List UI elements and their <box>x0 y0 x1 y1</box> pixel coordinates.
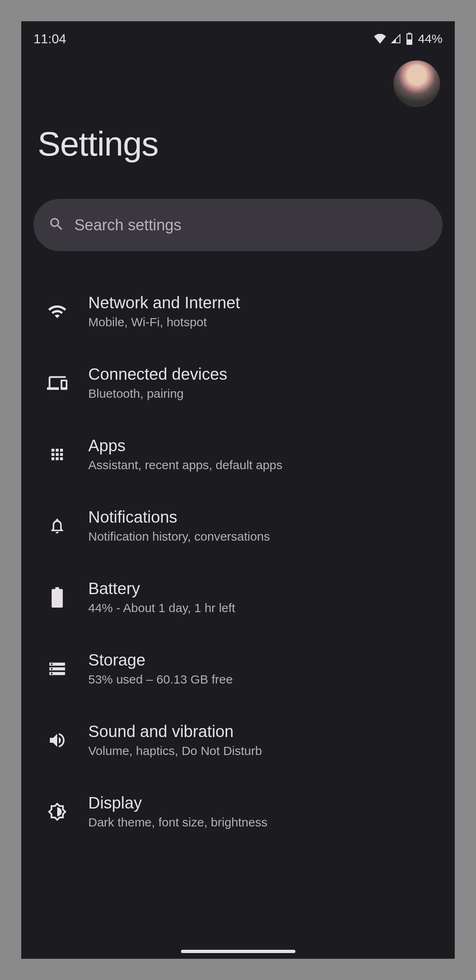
devices-icon <box>46 372 69 394</box>
item-title: Storage <box>88 651 233 669</box>
item-sound-vibration[interactable]: Sound and vibration Volume, haptics, Do … <box>21 704 455 776</box>
settings-list: Network and Internet Mobile, Wi-Fi, hots… <box>21 251 455 847</box>
profile-avatar[interactable] <box>393 60 440 107</box>
brightness-icon <box>46 800 69 823</box>
volume-icon <box>46 729 69 752</box>
cell-signal-icon <box>390 34 402 44</box>
item-title: Sound and vibration <box>88 722 262 741</box>
gesture-nav-indicator[interactable] <box>181 950 295 953</box>
item-network-internet[interactable]: Network and Internet Mobile, Wi-Fi, hots… <box>21 276 455 347</box>
item-apps[interactable]: Apps Assistant, recent apps, default app… <box>21 419 455 490</box>
item-title: Display <box>88 794 268 812</box>
item-subtitle: 44% - About 1 day, 1 hr left <box>88 601 235 615</box>
battery-percent: 44% <box>418 32 442 46</box>
item-title: Connected devices <box>88 365 227 383</box>
item-subtitle: Mobile, Wi-Fi, hotspot <box>88 315 240 329</box>
item-battery[interactable]: Battery 44% - About 1 day, 1 hr left <box>21 561 455 633</box>
status-bar: 11:04 44% <box>21 21 455 51</box>
item-subtitle: Assistant, recent apps, default apps <box>88 458 282 472</box>
wifi-status-icon <box>374 34 386 44</box>
search-settings[interactable]: Search settings <box>34 199 442 251</box>
search-icon <box>48 216 65 234</box>
item-subtitle: Volume, haptics, Do Not Disturb <box>88 744 262 758</box>
item-title: Notifications <box>88 508 270 526</box>
apps-icon <box>46 443 69 466</box>
settings-screen: 11:04 44% Settings Search settings <box>21 21 455 959</box>
item-connected-devices[interactable]: Connected devices Bluetooth, pairing <box>21 347 455 419</box>
item-subtitle: 53% used – 60.13 GB free <box>88 673 233 686</box>
item-title: Network and Internet <box>88 294 240 312</box>
status-right: 44% <box>374 32 442 46</box>
item-subtitle: Notification history, conversations <box>88 530 270 543</box>
item-title: Battery <box>88 579 235 598</box>
search-placeholder: Search settings <box>74 216 181 234</box>
item-display[interactable]: Display Dark theme, font size, brightnes… <box>21 776 455 847</box>
storage-icon <box>46 657 69 680</box>
item-title: Apps <box>88 437 282 455</box>
item-storage[interactable]: Storage 53% used – 60.13 GB free <box>21 633 455 704</box>
item-subtitle: Dark theme, font size, brightness <box>88 815 268 829</box>
wifi-icon <box>46 300 69 323</box>
svg-rect-0 <box>407 40 412 45</box>
battery-icon <box>46 586 69 609</box>
item-subtitle: Bluetooth, pairing <box>88 387 227 401</box>
item-notifications[interactable]: Notifications Notification history, conv… <box>21 490 455 561</box>
page-title: Settings <box>38 124 438 164</box>
header: Settings <box>21 51 455 164</box>
status-time: 11:04 <box>34 31 66 47</box>
battery-status-icon <box>406 33 413 45</box>
bell-icon <box>46 514 69 537</box>
